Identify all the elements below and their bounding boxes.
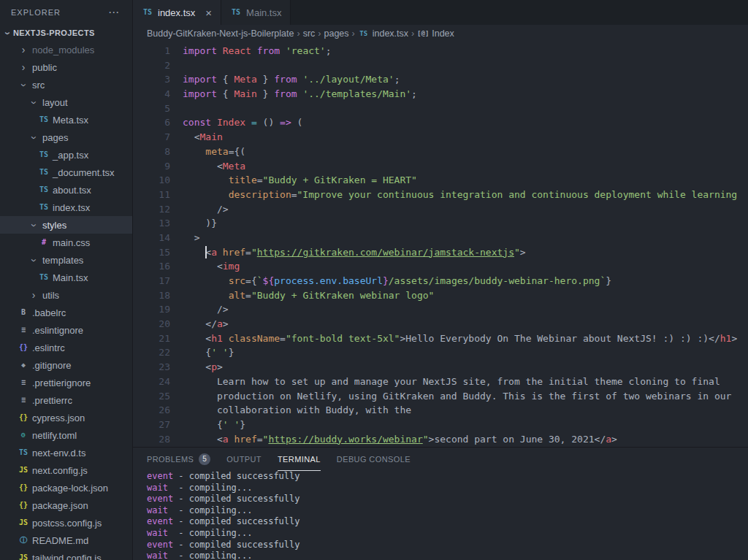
tree-file-next-env.d.ts[interactable]: TSnext-env.d.ts	[0, 444, 132, 461]
chevron-down-icon: ›	[19, 80, 29, 91]
tree-item-label: package.json	[32, 500, 88, 511]
line-text: <p>	[170, 360, 748, 375]
tree-file-package.json[interactable]: {}package.json	[0, 496, 132, 514]
line-number: 8	[133, 145, 170, 159]
tree-folder-layout[interactable]: ›layout	[0, 93, 132, 111]
tree-file-about.tsx[interactable]: TSabout.tsx	[0, 181, 132, 199]
code-line[interactable]: 9 <Meta	[133, 159, 748, 174]
tree-file-package-lock.json[interactable]: {}package-lock.json	[0, 479, 132, 496]
tree-folder-utils[interactable]: ›utils	[0, 286, 132, 304]
terminal-message: - compiling...	[168, 528, 253, 538]
code-line[interactable]: 15 <a href="https://gitkraken.com/webina…	[133, 245, 748, 260]
code-line[interactable]: 27 {' '}	[133, 418, 748, 432]
terminal-tag: event	[147, 516, 173, 526]
terminal-line: wait - compiling...	[147, 551, 748, 560]
code-line[interactable]: 6const Index = () => (	[133, 115, 748, 130]
breadcrumb-item[interactable]: TSindex.tsx	[358, 28, 408, 39]
code-line[interactable]: 23 <p>	[133, 360, 748, 375]
line-number: 5	[133, 101, 170, 116]
code-editor[interactable]: 1import React from 'react';23import { Me…	[133, 42, 748, 447]
code-line[interactable]: 10 title="Buddy + GitKraken = HEART"	[133, 173, 748, 188]
tree-folder-styles[interactable]: ›styles	[0, 216, 132, 234]
tree-folder-public[interactable]: ›public	[0, 58, 132, 76]
panel-tab-terminal[interactable]: TERMINAL	[278, 448, 321, 471]
code-line[interactable]: 25 production on Netlify, using GitKrake…	[133, 389, 748, 404]
tree-file-index.tsx[interactable]: TSindex.tsx	[0, 199, 132, 216]
tree-folder-pages[interactable]: ›pages	[0, 129, 132, 146]
tree-file-main.css[interactable]: #main.css	[0, 234, 132, 251]
tree-file-_document.tsx[interactable]: TS_document.tsx	[0, 164, 132, 181]
tree-item-label: index.tsx	[53, 202, 90, 213]
panel-tab-debug-console[interactable]: DEBUG CONSOLE	[337, 448, 411, 471]
terminal-message: - compiled successfully	[173, 540, 299, 550]
tree-item-label: .gitignore	[32, 360, 71, 371]
code-line[interactable]: 19 />	[133, 302, 748, 317]
terminal-tag: event	[147, 471, 173, 481]
terminal-tag: wait	[147, 528, 168, 538]
tab-Main.tsx[interactable]: TSMain.tsx	[221, 0, 291, 25]
code-line[interactable]: 20 </a>	[133, 317, 748, 331]
js-file-icon: JS	[18, 554, 29, 560]
tree-file-.gitignore[interactable]: ◆.gitignore	[0, 356, 132, 374]
code-line[interactable]: 16 <img	[133, 259, 748, 274]
code-line[interactable]: 11 description="Improve your continuous …	[133, 188, 748, 202]
tab-index.tsx[interactable]: TSindex.tsx×	[133, 0, 221, 25]
line-number: 16	[133, 259, 170, 274]
tree-item-label: node_modules	[32, 45, 94, 55]
breadcrumb-item[interactable]: src	[303, 28, 316, 39]
more-actions-icon[interactable]: ⋯	[108, 6, 121, 19]
tree-file-Main.tsx[interactable]: TSMain.tsx	[0, 269, 132, 286]
code-line[interactable]: 12 />	[133, 202, 748, 217]
tree-file-next.config.js[interactable]: JSnext.config.js	[0, 461, 132, 479]
code-line[interactable]: 13 )}	[133, 216, 748, 231]
ts-file-icon: TS	[18, 449, 29, 456]
breadcrumb-item[interactable]: pages	[324, 28, 348, 39]
tree-file-netlify.toml[interactable]: ⚙netlify.toml	[0, 426, 132, 444]
breadcrumb-item[interactable]: [@]Index	[417, 28, 454, 39]
ignore-file-icon: ≡	[18, 379, 29, 386]
code-line[interactable]: 5	[133, 101, 748, 116]
code-line[interactable]: 21 <h1 className="font-bold text-5xl">He…	[133, 331, 748, 346]
close-icon[interactable]: ×	[205, 7, 212, 19]
tree-folder-node_modules[interactable]: ›node_modules	[0, 41, 132, 58]
code-line[interactable]: 17 src={`${process.env.baseUrl}/assets/i…	[133, 274, 748, 288]
terminal-tag: event	[147, 540, 173, 550]
breadcrumb-item[interactable]: Buddy-GitKraken-Next-js-Boilerplate	[147, 28, 294, 39]
tree-file-.babelrc[interactable]: B.babelrc	[0, 304, 132, 321]
tree-file-tailwind.config.js[interactable]: JStailwind.config.js	[0, 549, 132, 560]
code-line[interactable]: 8 meta={(	[133, 145, 748, 159]
tree-item-label: _document.tsx	[53, 167, 115, 178]
code-line[interactable]: 4import { Main } from '../templates/Main…	[133, 87, 748, 101]
code-line[interactable]: 3import { Meta } from '../layout/Meta';	[133, 72, 748, 87]
editor-tabbar: TSindex.tsx×TSMain.tsx	[133, 0, 748, 25]
tree-file-.eslintignore[interactable]: ≡.eslintignore	[0, 321, 132, 339]
project-section-header[interactable]: › NEXTJS-PROJECTS	[0, 25, 132, 41]
terminal-line: event - compiled successfully	[147, 494, 748, 505]
chevron-down-icon: ›	[29, 97, 39, 109]
code-line[interactable]: 14 >	[133, 231, 748, 245]
code-line[interactable]: 18 alt="Buddy + GitKraken webinar logo"	[133, 288, 748, 303]
code-line[interactable]: 22 {' '}	[133, 345, 748, 360]
tree-file-Meta.tsx[interactable]: TSMeta.tsx	[0, 111, 132, 129]
tree-file-.prettierignore[interactable]: ≡.prettierignore	[0, 374, 132, 391]
code-line[interactable]: 28 <a href="https://buddy.works/webinar"…	[133, 432, 748, 447]
code-line[interactable]: 7 <Main	[133, 130, 748, 145]
tree-folder-src[interactable]: ›src	[0, 76, 132, 93]
terminal-output[interactable]: event - compiled successfullywait - comp…	[133, 471, 748, 560]
tree-folder-templates[interactable]: ›templates	[0, 251, 132, 269]
code-line[interactable]: 26 collaboration with Buddy, with the	[133, 403, 748, 418]
panel-tab-label: DEBUG CONSOLE	[337, 455, 411, 464]
panel-tab-output[interactable]: OUTPUT	[226, 448, 262, 471]
code-line[interactable]: 24 Learn how to set up and manage your N…	[133, 375, 748, 389]
tree-file-_app.tsx[interactable]: TS_app.tsx	[0, 146, 132, 164]
code-line[interactable]: 1import React from 'react';	[133, 44, 748, 58]
tree-item-label: main.css	[53, 237, 90, 248]
ts-file-icon: TS	[38, 204, 50, 211]
tree-file-.eslintrc[interactable]: {}.eslintrc	[0, 339, 132, 356]
tree-file-.prettierrc[interactable]: ≡.prettierrc	[0, 391, 132, 409]
panel-tab-problems[interactable]: PROBLEMS5	[147, 448, 210, 471]
tree-file-cypress.json[interactable]: {}cypress.json	[0, 409, 132, 426]
tree-file-postcss.config.js[interactable]: JSpostcss.config.js	[0, 514, 132, 532]
tree-file-README.md[interactable]: ⓘREADME.md	[0, 532, 132, 549]
code-line[interactable]: 2	[133, 58, 748, 73]
